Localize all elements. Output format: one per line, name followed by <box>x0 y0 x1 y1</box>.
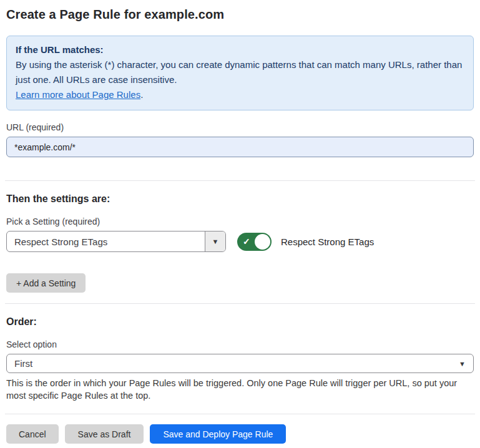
toggle-knob <box>255 234 270 250</box>
chevron-down-icon: ▼ <box>212 238 219 245</box>
setting-select-arrow-button[interactable]: ▼ <box>205 231 225 251</box>
info-box-heading: If the URL matches: <box>16 42 464 57</box>
learn-more-link[interactable]: Learn more about Page Rules <box>16 89 140 100</box>
order-section-heading: Order: <box>6 316 474 328</box>
toggle-label: Respect Strong ETags <box>281 236 374 247</box>
page-title: Create a Page Rule for example.com <box>6 7 474 22</box>
section-divider <box>5 303 475 304</box>
setting-select-value: Respect Strong ETags <box>7 231 205 251</box>
info-box-body: By using the asterisk (*) character, you… <box>16 57 464 87</box>
section-divider <box>5 180 475 181</box>
check-icon: ✓ <box>243 237 250 246</box>
actions-row: Cancel Save as Draft Save and Deploy Pag… <box>6 424 474 444</box>
link-period: . <box>140 89 143 100</box>
settings-section-heading: Then the settings are: <box>6 193 474 205</box>
order-help-text: This is the order in which your Page Rul… <box>6 377 474 402</box>
order-select-label: Select option <box>6 339 474 349</box>
order-select[interactable]: First ▼ <box>6 354 474 373</box>
setting-picker-label: Pick a Setting (required) <box>6 217 474 226</box>
respect-strong-etags-toggle[interactable]: ✓ <box>237 233 272 251</box>
save-as-draft-button[interactable]: Save as Draft <box>65 424 144 444</box>
info-box-link-line: Learn more about Page Rules. <box>16 87 464 102</box>
url-input[interactable] <box>6 137 474 157</box>
add-setting-button[interactable]: + Add a Setting <box>6 273 86 293</box>
setting-row: Respect Strong ETags ▼ ✓ Respect Strong … <box>6 231 474 252</box>
cancel-button[interactable]: Cancel <box>6 424 59 444</box>
page-rule-form: Create a Page Rule for example.com If th… <box>0 0 480 448</box>
url-match-info-box: If the URL matches: By using the asteris… <box>6 36 474 110</box>
save-and-deploy-button[interactable]: Save and Deploy Page Rule <box>150 424 286 444</box>
setting-select[interactable]: Respect Strong ETags ▼ <box>6 231 226 252</box>
url-field-label: URL (required) <box>6 122 474 132</box>
actions-divider <box>5 414 475 414</box>
order-select-value: First <box>14 358 32 369</box>
chevron-down-icon: ▼ <box>459 360 466 368</box>
